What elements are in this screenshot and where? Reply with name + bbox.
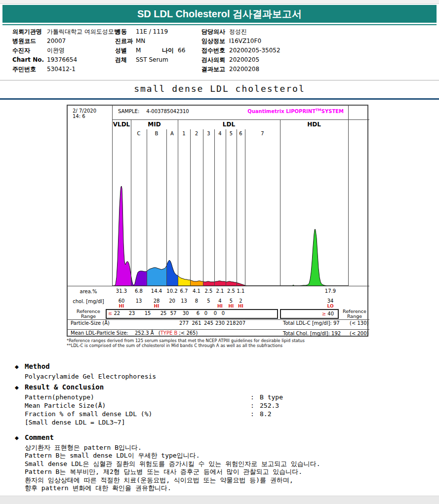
patient-row: 병동11E / 1119 — [115, 27, 168, 37]
lipoprint-chart: 2/ 7/2020 14: 6 SAMPLE:4-003785042310 Qu… — [67, 105, 368, 337]
grid-lines — [68, 106, 369, 329]
field-value: SST Serum — [136, 56, 168, 63]
chol-value: 8 — [195, 298, 198, 304]
result-section: ◆Result & Conclusion Pattern(phenotype) … — [15, 383, 152, 427]
field-label: 담당의사 — [201, 27, 229, 37]
brand-tm: TM — [316, 108, 321, 112]
abnormal-flag: HI — [217, 304, 223, 309]
field-value: 가톨릭대학교 여의도성모병 — [47, 28, 120, 35]
sub-band-label: B — [155, 131, 159, 136]
patient-row: 의뢰기관명가톨릭대학교 여의도성모병 — [12, 27, 120, 37]
banner-underline — [2, 24, 437, 25]
field-value: I16VZ10F0 — [229, 38, 261, 44]
diamond-icon: ◆ — [15, 384, 25, 391]
total-ldl-ref: (< 130) — [350, 320, 368, 326]
field-value: 11E / 1119 — [136, 28, 168, 35]
report-title: SD LDL Cholesterol 검사결과보고서 — [137, 7, 302, 21]
separator-line — [0, 80, 439, 80]
result-heading: ◆Result & Conclusion — [15, 383, 152, 391]
patient-row: 진료과MN — [115, 37, 168, 46]
band-label-vldl: VLDL — [113, 121, 130, 128]
abnormal-flag: LO — [327, 304, 333, 309]
chol-value: 60 — [119, 298, 125, 304]
result-value: B type — [260, 393, 283, 401]
comment-line: 상기환자 표현형은 pattern B입니다. — [25, 443, 320, 451]
result-value: 252.3 — [260, 402, 279, 409]
reference-value: 57 — [170, 310, 177, 316]
title-underline — [0, 98, 439, 100]
reference-value: ≤ 22 — [108, 310, 120, 316]
particle-size-value: 261 — [192, 320, 201, 326]
chol-value: 20 — [169, 298, 175, 304]
result-value: 8.2 — [260, 410, 271, 418]
reference-value: 6 — [197, 310, 200, 316]
comment-line: 향후 pattern 변화에 대한 확인을 권유합니다. — [25, 484, 320, 492]
age-value: 66 — [178, 46, 185, 55]
report-page: SD LDL Cholesterol 검사결과보고서 의뢰기관명가톨릭대학교 여… — [0, 0, 439, 504]
area-percent-value: 2.1 — [216, 288, 224, 294]
chol-value: 2 — [239, 298, 242, 304]
field-label: 결과보고 — [201, 65, 229, 74]
area-percent-value: 14.4 — [151, 288, 162, 294]
sub-band-label: 7 — [261, 131, 264, 136]
band-label-hdl: HDL — [307, 121, 321, 128]
sub-band-label: 6 — [239, 131, 242, 136]
result-row: Mean Particle Size(Å) : 252.3 — [25, 402, 152, 410]
patient-info-right: 담당의사정성진 임상정보I16VZ10F0 접수번호20200205-35052… — [201, 27, 280, 74]
colon: : — [250, 410, 254, 418]
sub-band-label: A — [170, 131, 174, 136]
scan-datetime: 2/ 7/2020 14: 6 — [73, 108, 96, 119]
mean-particle-size-line: Mean LDL-Particle Size: 252.3 Å (TYPE B … — [71, 330, 198, 336]
result-note: [Small dense LDL = LDL3~7] — [25, 419, 152, 427]
method-heading-text: Method — [25, 362, 50, 370]
field-value: 이완영 — [47, 47, 65, 54]
total-chol-value: 192 — [331, 331, 341, 336]
field-value: 20200205 — [229, 56, 259, 63]
diamond-icon: ◆ — [15, 434, 25, 441]
chol-value: 13 — [136, 298, 142, 304]
total-chol-line: Total Chol. [mg/dl]: 192 — [283, 331, 341, 336]
top-strip — [0, 0, 439, 4]
field-label: 접수번호 — [201, 46, 229, 55]
sub-band-label: 1 — [182, 131, 185, 136]
chol-value: 34 — [327, 298, 334, 304]
method-body: Polyacrylamide Gel Electrophoresis — [25, 373, 156, 380]
field-value: 530412-1 — [47, 66, 76, 73]
field-value: M — [136, 47, 141, 54]
patient-row: 임상정보I16VZ10F0 — [201, 37, 280, 46]
particle-size-value: 218 — [226, 320, 236, 326]
colon: : — [250, 393, 254, 401]
bottom-strip — [0, 496, 439, 504]
reference-value: 30 — [183, 310, 189, 316]
patient-row: 병원코드20007 — [12, 37, 120, 46]
result-row: Pattern(phenotype) : B type — [25, 393, 152, 402]
patient-row: 주민번호530412-1 — [12, 65, 120, 74]
report-title-banner: SD LDL Cholesterol 검사결과보고서 — [2, 5, 437, 23]
field-label: 성별 — [115, 46, 136, 55]
mean-ref: ;< 265) — [177, 330, 198, 336]
reference-value: 0 — [204, 310, 207, 316]
result-label: Fraction % of small dense LDL (%) — [25, 410, 152, 418]
area-percent-value: 1.1 — [237, 288, 245, 294]
total-ldl-value: 97 — [333, 320, 340, 326]
field-label: 의뢰기관명 — [12, 27, 47, 37]
total-chol-ref: (< 200) — [350, 331, 368, 336]
particle-size-value: 277 — [179, 320, 189, 326]
area-percent-value: 31.3 — [116, 288, 127, 294]
comment-heading: ◆Comment — [15, 433, 320, 441]
chol-value: 4 — [218, 298, 221, 304]
area-percent-row: 31.36.814.410.26.74.12.52.12.51.117.9 — [68, 288, 369, 295]
total-chol-label: Total Chol. [mg/dl]: — [283, 331, 330, 336]
comment-lines: 상기환자 표현형은 pattern B입니다. Pattern B는 small… — [25, 443, 320, 492]
particle-size-value: 230 — [215, 320, 225, 326]
patient-row: 결과보고20200208 — [201, 65, 280, 74]
comment-line: Pattern B는 small dense LDL이 우세한 type입니다. — [25, 451, 320, 459]
sub-band-label: C — [137, 131, 141, 136]
sample-value: 4-003785042310 — [146, 109, 189, 114]
diamond-icon: ◆ — [15, 363, 25, 370]
field-value: 20007 — [47, 38, 66, 44]
sample-label: SAMPLE: — [118, 109, 139, 114]
area-percent-value: 6.8 — [135, 288, 143, 294]
field-label: 병동 — [115, 27, 136, 37]
field-label: 병원코드 — [12, 37, 47, 46]
